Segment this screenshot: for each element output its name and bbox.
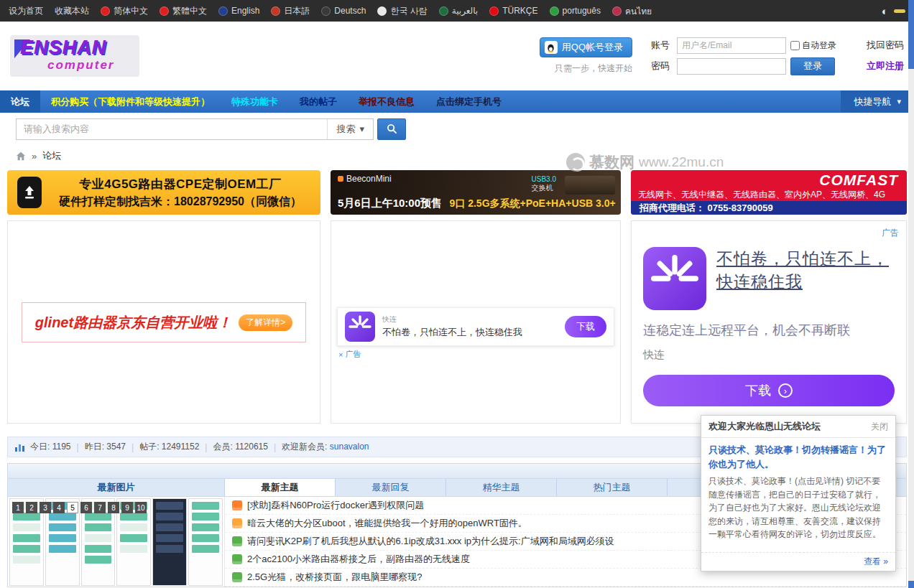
page-button-3[interactable]: 3 (40, 502, 51, 513)
upload-icon (17, 177, 42, 208)
banner-beecon-ad[interactable]: BeeconMini USB3.0 交换机 5月6日上午10:00预售 9口 2… (331, 170, 621, 215)
banner-comfast-ad[interactable]: COMFAST 无线网卡、无线中继器、无线路由器、室内外AP、无线网桥、4G 招… (631, 170, 907, 215)
flag-icon (271, 6, 280, 16)
qq-login-button[interactable]: 用QQ帐号登录 (540, 37, 632, 57)
popup-title: 欢迎大家光临恩山无线论坛 (708, 420, 821, 433)
topic-title-link[interactable]: 暗云大佬的大分区uboot，谁能提供给我一个好用的openWRT固件。 (247, 517, 527, 530)
topbar-lang-thai[interactable]: คนไทย (612, 4, 652, 18)
page-button-1[interactable]: 1 (12, 502, 24, 513)
kuailian-ad-card[interactable]: 快连 不怕卷，只怕连不上，快连稳住我 下载 (337, 307, 614, 346)
chevron-down-icon: ▾ (359, 123, 364, 134)
tab-latest-replies[interactable]: 最新回复 (336, 479, 446, 496)
ads-row: glinet路由器京东自营开业啦！ 了解详情> 快连 不怕卷，只怕连不上，快连稳… (7, 220, 907, 424)
page-button-4[interactable]: 4 (53, 502, 65, 513)
logo-text: ENSHAN (20, 37, 106, 59)
brightness-slider[interactable] (894, 9, 905, 13)
auto-login-checkbox[interactable] (790, 41, 800, 50)
topbar-lang-simplified[interactable]: 简体中文 (101, 5, 148, 17)
password-input[interactable] (677, 58, 786, 75)
product-image (565, 176, 615, 195)
banner-oem-ad[interactable]: 专业4G5G路由器CPE定制OEM工厂 硬件打样定制找吉米：1802879295… (7, 170, 320, 215)
qq-login-hint: 只需一步，快速开始 (555, 62, 632, 75)
password-row: 密码 登录 立即注册 (651, 57, 904, 75)
login-button[interactable]: 登录 (790, 57, 835, 75)
topic-title-link[interactable]: 2.5G光猫，改桥接页面，跟电脑里哪察现? (247, 571, 422, 584)
topic-title-link[interactable]: 请问斐讯K2P刷了机后我想从默认的6.1ip改成31.xxx ip为什么提示:广… (247, 535, 614, 548)
find-password-link[interactable]: 找回密码 (867, 39, 904, 52)
auto-login-checkbox-label: 自动登录 (790, 39, 836, 52)
search-input[interactable] (17, 119, 327, 139)
glinet-cta-button[interactable]: 了解详情> (239, 314, 292, 331)
popup-close-button[interactable]: 关闭 (871, 421, 888, 433)
breadcrumb-current[interactable]: 论坛 (42, 149, 61, 162)
kuailian-ad-panel[interactable]: 广告 不怕卷，只怕连不上，快连稳住我 连稳定连上远程平台，机会不再断联 快连 下… (631, 220, 907, 424)
site-logo[interactable]: ENSHAN computer (10, 35, 139, 77)
page-button-2[interactable]: 2 (26, 502, 37, 513)
account-input[interactable] (677, 37, 786, 54)
kuailian-brand-name: 快连 (643, 348, 895, 362)
page-button-7[interactable]: 7 (94, 502, 106, 513)
stat-newest-member: 欢迎新会员: sunavalon (282, 441, 369, 453)
topbar-lang-portuguese[interactable]: português (550, 6, 601, 16)
theme-toggle-moon-icon[interactable]: ◐ (882, 5, 888, 17)
page-button-10[interactable]: 10 (135, 502, 147, 513)
topbar-lang-german[interactable]: Deutsch (321, 6, 366, 16)
download-button-small[interactable]: 下载 (565, 316, 606, 337)
tab-digest-topics[interactable]: 精华主题 (446, 479, 557, 496)
topbar-lang-korean[interactable]: 한국 사람 (377, 5, 427, 17)
kuailian-headline-link[interactable]: 不怕卷，只怕连不上，快连稳住我 (716, 247, 895, 310)
search-button[interactable] (377, 118, 406, 140)
download-button-large[interactable]: 下载 › (643, 375, 895, 406)
kuailian-logo-icon (643, 247, 706, 310)
topbar-lang-arabic[interactable]: بالعربية (439, 6, 478, 16)
ad-close-control[interactable]: × 广告 (338, 349, 361, 360)
flag-icon (160, 6, 169, 16)
home-icon[interactable] (16, 151, 26, 161)
latest-images-panel: 1 2 3 4 5 6 7 8 9 10 (8, 497, 225, 587)
newest-member-link[interactable]: sunavalon (330, 442, 369, 452)
tab-latest-images[interactable]: 最新图片 (8, 479, 225, 496)
nav-item-my-posts[interactable]: 我的帖子 (289, 90, 348, 113)
register-link[interactable]: 立即注册 (867, 60, 904, 73)
page-button-8[interactable]: 8 (108, 502, 119, 513)
ad-box-left: glinet路由器京东自营开业啦！ 了解详情> (7, 220, 320, 424)
scroll-up-arrow[interactable] (908, 0, 914, 7)
tab-hot-topics[interactable]: 热门主题 (557, 479, 668, 496)
account-row: 账号 自动登录 找回密码 (651, 37, 904, 54)
nav-item-forum[interactable]: 论坛 (0, 90, 40, 113)
topbar-lang-traditional[interactable]: 繁體中文 (160, 5, 207, 17)
nav-item-bind-phone[interactable]: 点击绑定手机号 (425, 90, 512, 113)
popup-body-text: 只谈技术、莫论政事！(点击见详情) 切记不要随意传播谣言，把自己的日子过安稳了就… (708, 475, 888, 541)
scrollbar-thumb[interactable] (908, 7, 914, 69)
page-button-9[interactable]: 9 (121, 502, 133, 513)
ad-label: 广告 (345, 349, 361, 360)
topbar-lang-japanese[interactable]: 日本語 (271, 5, 310, 17)
banner-row: 专业4G5G路由器CPE定制OEM工厂 硬件打样定制找吉米：1802879295… (7, 170, 907, 215)
thumbnail-image[interactable] (188, 498, 223, 586)
vertical-scrollbar[interactable] (908, 0, 914, 588)
qq-penguin-icon (545, 41, 558, 54)
search-row: 搜索 ▾ (0, 113, 914, 145)
popup-view-more-link[interactable]: 查看 » (864, 556, 888, 566)
page-button-6[interactable]: 6 (80, 502, 92, 513)
quick-nav-dropdown[interactable]: 快捷导航 ▾ (841, 90, 914, 113)
tab-latest-topics[interactable]: 最新主题 (225, 479, 336, 496)
scroll-down-arrow[interactable] (908, 581, 914, 588)
nav-item-report[interactable]: 举报不良信息 (348, 90, 425, 113)
nav-item-points-purchase[interactable]: 积分购买（下载附件和等级快速提升） (40, 90, 221, 113)
topic-title-link[interactable]: [求助]磊科N60Pro运行docker遇到权限问题 (247, 499, 424, 512)
thumbnail-image[interactable] (152, 498, 187, 586)
comfast-logo: COMFAST (819, 172, 898, 189)
topbar-link-bookmark[interactable]: 收藏本站 (55, 5, 89, 17)
glinet-ad-banner[interactable]: glinet路由器京东自营开业啦！ 了解详情> (22, 302, 306, 342)
page-button-5[interactable]: 5 (67, 502, 78, 513)
topic-title-link[interactable]: 2个ac2100小米路由器桥接之后，副路由器的无线速度 (247, 553, 470, 566)
close-icon[interactable]: × (338, 350, 343, 359)
topbar-lang-turkish[interactable]: TÜRKÇE (489, 6, 537, 16)
topbar-link-set-home[interactable]: 设为首页 (9, 5, 43, 17)
search-type-dropdown[interactable]: 搜索 ▾ (327, 119, 373, 139)
topbar-lang-english[interactable]: English (218, 6, 259, 16)
nav-item-special-cards[interactable]: 特殊功能卡 (221, 90, 289, 113)
stat-yesterday: 昨日: 3547 (85, 441, 126, 453)
glinet-ad-text: glinet路由器京东自营开业啦！ (35, 313, 231, 332)
